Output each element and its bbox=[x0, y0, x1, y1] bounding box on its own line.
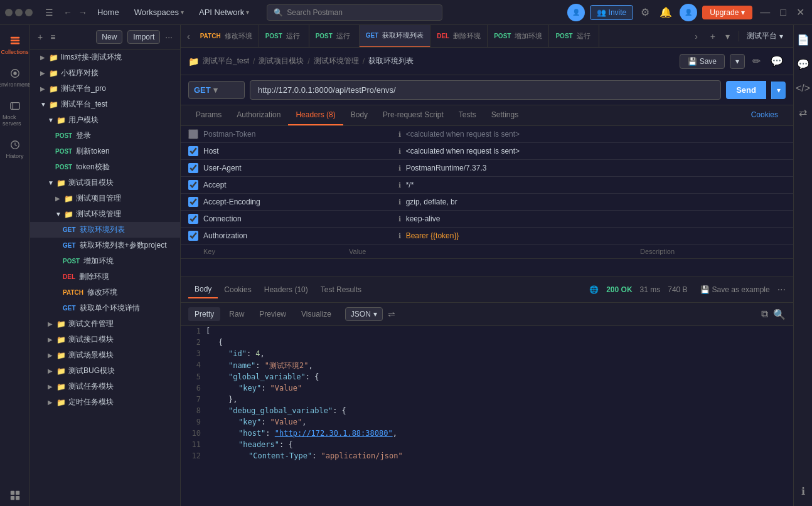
header-checkbox-accept-encoding[interactable] bbox=[188, 197, 198, 207]
right-sidebar-info-btn[interactable]: ℹ bbox=[798, 482, 809, 501]
tab-post-run3[interactable]: POST 运行 bbox=[549, 25, 599, 48]
tab-post-run2[interactable]: POST 运行 bbox=[309, 25, 360, 48]
breadcrumb-part-2[interactable]: 测试项目模块 bbox=[259, 56, 304, 66]
tab-post-run1[interactable]: POST 运行 bbox=[259, 25, 309, 48]
tree-item-test[interactable]: ▼ 📁 测试平台_test bbox=[30, 97, 180, 112]
nav-menu-btn[interactable]: ☰ bbox=[43, 5, 56, 20]
resp-body-tab-preview[interactable]: Preview bbox=[253, 307, 292, 321]
upgrade-button[interactable]: Upgrade ▾ bbox=[702, 6, 752, 19]
comment-icon[interactable]: 💬 bbox=[768, 53, 786, 70]
header-checkbox-accept[interactable] bbox=[188, 180, 198, 190]
new-button[interactable]: New bbox=[96, 30, 122, 44]
close-btn[interactable] bbox=[25, 9, 33, 16]
avatar-left[interactable]: 👤 bbox=[567, 4, 585, 21]
import-button[interactable]: Import bbox=[127, 30, 160, 44]
tree-item-file-mgmt[interactable]: ▶ 📁 测试文件管理 bbox=[30, 316, 180, 332]
tree-item-task-mgmt[interactable]: ▶ 📁 测试任务模块 bbox=[30, 379, 180, 394]
tree-item-mini[interactable]: ▶ 📁 小程序对接 bbox=[30, 65, 180, 81]
right-sidebar-docs-btn[interactable]: 📄 bbox=[793, 30, 813, 50]
resp-tab-cookies[interactable]: Cookies bbox=[218, 282, 257, 298]
new-tab-btn[interactable]: + bbox=[707, 29, 719, 44]
req-tab-headers[interactable]: Headers (8) bbox=[288, 105, 343, 125]
wrap-lines-btn[interactable]: ⇌ bbox=[385, 307, 398, 322]
tree-item-proj-mgmt[interactable]: ▶ 📁 测试项目管理 bbox=[30, 191, 180, 206]
header-checkbox-user-agent[interactable] bbox=[188, 163, 198, 173]
menu-api-network[interactable]: API Network ▾ bbox=[196, 5, 252, 19]
resp-tab-test-results[interactable]: Test Results bbox=[314, 282, 368, 298]
req-tab-prerequest[interactable]: Pre-request Script bbox=[375, 105, 451, 125]
req-tab-tests[interactable]: Tests bbox=[451, 105, 484, 125]
tree-item-bug-mgmt[interactable]: ▶ 📁 测试BUG模块 bbox=[30, 363, 180, 379]
tree-item-lims[interactable]: ▶ 📁 lims对接-测试环境 bbox=[30, 50, 180, 65]
maximize-btn[interactable] bbox=[15, 9, 23, 16]
sidebar-item-mock[interactable]: Mock servers bbox=[0, 95, 29, 132]
tree-item-pro[interactable]: ▶ 📁 测试平台_pro bbox=[30, 81, 180, 97]
req-tab-cookies[interactable]: Cookies bbox=[744, 105, 786, 125]
header-checkbox-authorization[interactable] bbox=[188, 231, 198, 241]
resp-body-tab-visualize[interactable]: Visualize bbox=[295, 307, 338, 321]
send-button[interactable]: Send bbox=[726, 81, 766, 99]
send-dropdown-btn[interactable]: ▾ bbox=[771, 82, 786, 99]
tree-item-users[interactable]: ▼ 📁 用户模块 bbox=[30, 112, 180, 128]
header-checkbox-connection[interactable] bbox=[188, 214, 198, 224]
close-window-btn[interactable]: ✕ bbox=[794, 4, 807, 21]
edit-icon[interactable]: ✏ bbox=[750, 53, 763, 70]
right-sidebar-exchange-btn[interactable]: ⇄ bbox=[795, 103, 811, 122]
sort-btn[interactable]: ≡ bbox=[48, 31, 58, 43]
minimize-btn[interactable] bbox=[5, 9, 13, 16]
tab-overflow-btn[interactable]: ▾ bbox=[722, 29, 734, 44]
tree-item-cron-mgmt[interactable]: ▶ 📁 定时任务模块 bbox=[30, 394, 180, 410]
tree-item-api-mgmt[interactable]: ▶ 📁 测试接口模块 bbox=[30, 332, 180, 347]
invite-button[interactable]: 👥 Invite bbox=[590, 5, 634, 20]
resp-body-tab-raw[interactable]: Raw bbox=[223, 307, 250, 321]
save-button[interactable]: 💾 Save bbox=[680, 54, 725, 69]
more-options-btn[interactable]: ··· bbox=[163, 31, 175, 43]
breadcrumb-part-1[interactable]: 测试平台_test bbox=[203, 56, 249, 66]
tab-post-add[interactable]: POST 增加环境 bbox=[488, 25, 549, 48]
resp-tab-headers[interactable]: Headers (10) bbox=[258, 282, 314, 298]
req-tab-auth[interactable]: Authorization bbox=[229, 105, 288, 125]
save-dropdown-btn[interactable]: ▾ bbox=[730, 54, 745, 69]
req-tab-body[interactable]: Body bbox=[343, 105, 375, 125]
tree-item-env-mgmt[interactable]: ▼ 📁 测试环境管理 bbox=[30, 206, 180, 222]
tree-item-get-envs[interactable]: GET 获取环境列表 bbox=[30, 222, 180, 238]
right-sidebar-code-btn[interactable]: </> bbox=[792, 79, 812, 98]
save-example-btn[interactable]: 💾 Save as example bbox=[700, 285, 770, 294]
bell-icon[interactable]: 🔔 bbox=[657, 4, 675, 21]
menu-workspaces[interactable]: Workspaces ▾ bbox=[132, 5, 186, 19]
tree-item-add-env[interactable]: POST 增加环境 bbox=[30, 253, 180, 269]
menu-home[interactable]: Home bbox=[95, 5, 122, 19]
search-bar[interactable]: 🔍 Search Postman bbox=[267, 4, 442, 21]
avatar-right[interactable]: 👤 bbox=[680, 4, 697, 21]
tree-item-del-env[interactable]: DEL 删除环境 bbox=[30, 269, 180, 285]
new-collection-btn[interactable]: + bbox=[35, 31, 45, 43]
sidebar-item-environments[interactable]: Environments bbox=[0, 63, 29, 93]
header-checkbox-postman-token[interactable] bbox=[188, 129, 198, 139]
settings-icon[interactable]: ⚙ bbox=[638, 4, 652, 21]
tab-get-envs[interactable]: GET 获取环境列表 bbox=[360, 25, 431, 48]
right-sidebar-comments-btn[interactable]: 💬 bbox=[793, 55, 813, 74]
json-format-selector[interactable]: JSON ▾ bbox=[345, 307, 383, 321]
tab-del[interactable]: DEL 删除环境 bbox=[430, 25, 488, 48]
minimize-window-btn[interactable]: — bbox=[757, 4, 772, 21]
req-tab-params[interactable]: Params bbox=[188, 105, 229, 125]
tree-item-patch-env[interactable]: PATCH 修改环境 bbox=[30, 285, 180, 300]
req-tab-settings[interactable]: Settings bbox=[484, 105, 526, 125]
search-response-btn[interactable]: 🔍 bbox=[773, 308, 786, 320]
response-more-btn[interactable]: ··· bbox=[777, 284, 786, 295]
tree-item-refresh[interactable]: POST 刷新token bbox=[30, 144, 180, 159]
workspace-selector[interactable]: 测试平台 ▾ bbox=[739, 31, 791, 41]
url-input[interactable] bbox=[250, 80, 721, 100]
tree-item-get-env-detail[interactable]: GET 获取单个环境详情 bbox=[30, 300, 180, 316]
sidebar-item-collections[interactable]: Collections bbox=[0, 30, 29, 60]
tree-item-proj[interactable]: ▼ 📁 测试项目模块 bbox=[30, 175, 180, 191]
tab-prev-btn[interactable]: ‹ bbox=[183, 29, 194, 44]
forward-btn[interactable]: → bbox=[76, 5, 90, 20]
method-selector[interactable]: GET ▾ bbox=[188, 81, 245, 99]
resp-body-tab-pretty[interactable]: Pretty bbox=[188, 307, 220, 321]
tree-item-scene-mgmt[interactable]: ▶ 📁 测试场景模块 bbox=[30, 347, 180, 363]
sidebar-item-grid[interactable] bbox=[0, 485, 29, 506]
header-checkbox-host[interactable] bbox=[188, 146, 198, 156]
maximize-window-btn[interactable]: □ bbox=[777, 4, 789, 21]
tab-next-btn[interactable]: › bbox=[691, 29, 702, 44]
